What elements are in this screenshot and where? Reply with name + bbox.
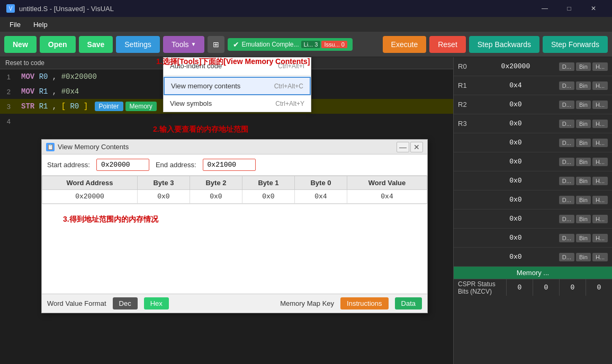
reg-bin-btn-r10[interactable]: Bin	[576, 253, 591, 261]
reg-d-btn-r6[interactable]: D...	[559, 177, 574, 185]
reg-h-btn-r5[interactable]: H...	[592, 158, 608, 166]
dialog-close[interactable]: ✕	[410, 142, 423, 152]
annotation-step3: 3.得到地址范围内的内存情况	[63, 215, 158, 224]
icon-button[interactable]: ⊞	[208, 36, 224, 53]
step-forwards-button[interactable]: Step Forwards	[543, 36, 608, 53]
hex-format-button[interactable]: Hex	[144, 297, 169, 310]
cell-byte1: 0x0	[242, 190, 294, 204]
start-address-input[interactable]	[96, 159, 149, 171]
reg-d-btn-r7[interactable]: D...	[559, 196, 574, 204]
emulation-status: ✔ Emulation Comple... Li... 3 Issu... 0	[228, 38, 352, 51]
menu-file[interactable]: File	[4, 19, 26, 31]
tools-button[interactable]: Tools ▼	[163, 36, 205, 53]
register-r9: 0x0 D... Bin H...	[454, 229, 612, 248]
cspr-z: 0	[533, 279, 559, 296]
step-backwards-button[interactable]: Step Backwards	[469, 36, 539, 53]
view-memory-menu-item[interactable]: View memory contents Ctrl+Alt+C	[164, 77, 311, 95]
new-button[interactable]: New	[4, 36, 37, 53]
reg-value-r5: 0x0	[474, 158, 557, 166]
dialog-minimize[interactable]: —	[397, 142, 409, 152]
reg-d-btn-r9[interactable]: D...	[559, 234, 574, 242]
reg-bin-btn-r3[interactable]: Bin	[576, 120, 591, 128]
register-r1: R1 0x4 D... Bin H...	[454, 76, 612, 95]
num-val-1: #0x20000	[61, 72, 97, 81]
reg-value-r4: 0x0	[474, 139, 557, 147]
reg-bin-btn-r6[interactable]: Bin	[576, 177, 591, 185]
end-address-label: End address:	[156, 161, 196, 169]
minimize-button[interactable]: —	[533, 0, 557, 17]
view-symbols-menu-item[interactable]: View symbols Ctrl+Alt+Y	[164, 95, 311, 112]
reg-h-btn-r0[interactable]: H...	[592, 62, 608, 71]
reg-bin-btn-r4[interactable]: Bin	[576, 139, 591, 147]
line-number-2: 2	[0, 88, 16, 96]
reg-h-btn-r6[interactable]: H...	[592, 177, 608, 185]
code-line-4: 4	[0, 114, 453, 129]
register-r10: 0x0 D... Bin H...	[454, 248, 612, 267]
data-button[interactable]: Data	[395, 297, 422, 310]
end-address-input[interactable]	[203, 159, 256, 171]
reg-h-btn-r2[interactable]: H...	[592, 101, 608, 109]
execute-button[interactable]: Execute	[383, 36, 427, 53]
register-r3: R3 0x0 D... Bin H...	[454, 114, 612, 133]
close-button[interactable]: ✕	[581, 0, 606, 17]
reg-d-btn-r8[interactable]: D...	[559, 215, 574, 223]
register-r7: 0x0 D... Bin H...	[454, 190, 612, 210]
reg-d-btn-r5[interactable]: D...	[559, 158, 574, 166]
memory-tab[interactable]: Memory ...	[454, 267, 612, 279]
line-number-1: 1	[0, 73, 16, 81]
li-count: Li... 3	[301, 41, 321, 48]
reg-d-btn-r1[interactable]: D...	[559, 81, 574, 90]
format-label: Word Value Format	[47, 299, 106, 307]
dec-format-button[interactable]: Dec	[113, 297, 138, 310]
register-r4: 0x0 D... Bin H...	[454, 133, 612, 152]
reg-h-btn-r3[interactable]: H...	[592, 120, 608, 128]
reg-h-btn-r7[interactable]: H...	[592, 196, 608, 204]
badge-counts: Li... 3 Issu... 0	[301, 41, 347, 48]
reg-label-r0: R0	[458, 62, 474, 70]
toolbar: New Open Save Settings Tools ▼ ⊞ ✔ Emula…	[0, 32, 612, 57]
memory-table: Word Address Byte 3 Byte 2 Byte 1 Byte 0…	[42, 176, 427, 204]
memory-button[interactable]: Memory	[125, 102, 157, 111]
reg-h-btn-r9[interactable]: H...	[592, 234, 608, 242]
reg-d-btn-r4[interactable]: D...	[559, 139, 574, 147]
bracket-open: [	[61, 102, 66, 111]
reg-bin-btn-r8[interactable]: Bin	[576, 215, 591, 223]
reset-button[interactable]: Reset	[429, 36, 466, 53]
cspr-c: 0	[559, 279, 586, 296]
tools-dropdown: Auto-indent code Ctrl+Alt+I View memory …	[163, 57, 311, 112]
reg-h-btn-r1[interactable]: H...	[592, 81, 608, 90]
reg-bin-btn-r7[interactable]: Bin	[576, 196, 591, 204]
settings-button[interactable]: Settings	[116, 36, 160, 53]
reg-bin-btn-r1[interactable]: Bin	[576, 81, 591, 90]
reg-label-r1: R1	[458, 81, 474, 89]
map-key-label: Memory Map Key	[280, 299, 334, 307]
reg-bin-btn-r9[interactable]: Bin	[576, 234, 591, 242]
reg-d-btn-r10[interactable]: D...	[559, 253, 574, 261]
reg-d-btn-r2[interactable]: D...	[559, 101, 574, 109]
register-r6: 0x0 D... Bin H...	[454, 171, 612, 190]
open-button[interactable]: Open	[40, 36, 76, 53]
reg-h-btn-r4[interactable]: H...	[592, 139, 608, 147]
line-number-3: 3	[0, 103, 16, 111]
pointer-button[interactable]: Pointer	[95, 102, 123, 111]
auto-indent-shortcut: Ctrl+Alt+I	[278, 62, 304, 70]
reg-d-btn-r3[interactable]: D...	[559, 120, 574, 128]
reg-bin-btn-r5[interactable]: Bin	[576, 158, 591, 166]
instructions-button[interactable]: Instructions	[340, 297, 388, 310]
keyword-str: STR	[21, 102, 34, 111]
reg-d-btn-r0[interactable]: D...	[559, 62, 574, 71]
auto-indent-menu-item[interactable]: Auto-indent code Ctrl+Alt+I	[164, 58, 311, 74]
reg-h-btn-r10[interactable]: H...	[592, 253, 608, 261]
reg-h-btn-r8[interactable]: H...	[592, 215, 608, 223]
save-button[interactable]: Save	[79, 36, 113, 53]
reg-bin-btn-r2[interactable]: Bin	[576, 101, 591, 109]
keyword-mov-2: MOV	[21, 87, 34, 96]
table-row: 0x20000 0x0 0x0 0x0 0x4 0x4	[42, 190, 427, 204]
col-byte2: Byte 2	[190, 176, 242, 190]
maximize-button[interactable]: □	[557, 0, 581, 17]
title-bar: V untitled.S - [Unsaved] - VisUAL — □ ✕	[0, 0, 612, 17]
reg-bin-btn-r0[interactable]: Bin	[576, 62, 591, 71]
start-address-label: Start address:	[47, 161, 90, 169]
menu-help[interactable]: Help	[28, 19, 53, 31]
bracket-close: ]	[84, 102, 88, 111]
